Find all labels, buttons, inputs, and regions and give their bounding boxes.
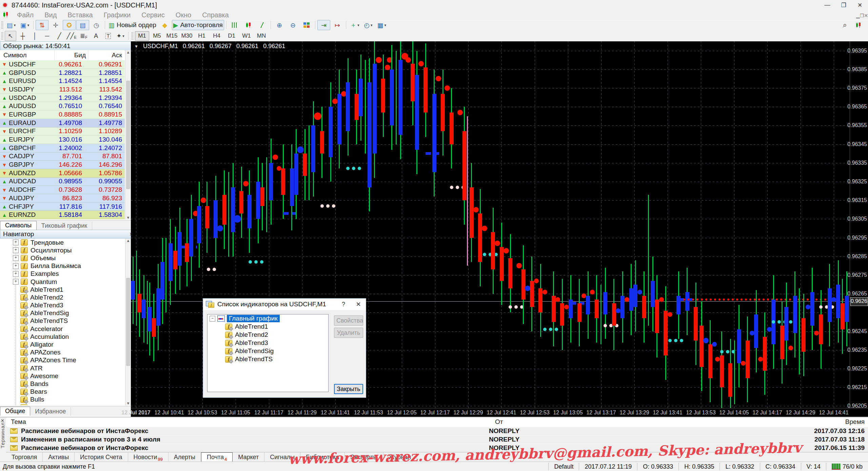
terminal-tab-Торговля[interactable]: Торговля — [6, 452, 43, 463]
search-button[interactable]: ⌕ — [839, 20, 851, 30]
text-tool[interactable]: A — [90, 31, 102, 41]
arrows-tool[interactable]: ✦▾ — [115, 31, 126, 41]
tab-Тиковый график[interactable]: Тиковый график — [37, 222, 92, 230]
trendline-tool[interactable]: ╱ — [54, 31, 65, 41]
navigator-item-Accelerator[interactable]: fAccelerator — [0, 325, 125, 333]
text-label-tool[interactable]: T — [102, 31, 114, 41]
chart-shift-button[interactable]: ↦ — [331, 20, 344, 30]
child-close-icon[interactable]: ✕ — [864, 13, 868, 18]
cursor-tool[interactable]: ↖ — [5, 31, 16, 41]
timeframe-M5[interactable]: M5 — [150, 31, 164, 41]
terminal-tab-История Счета[interactable]: История Счета — [75, 452, 128, 463]
symbol-row-USDJPY[interactable]: ▼USDJPY113.512113.542 — [0, 85, 125, 94]
column-subject[interactable]: Тема — [11, 418, 26, 426]
navigator-item-Quantum[interactable]: +fQuantum — [0, 278, 125, 286]
dialog-title-bar[interactable]: f Список индикаторов на USDCHF,M1 ? ✕ — [203, 299, 366, 310]
symbol-row-AUDCAD[interactable]: ▲AUDCAD0.989550.99055 — [0, 178, 125, 186]
channel-tool[interactable]: ╱╱E — [66, 31, 77, 41]
navigator-item-Объемы[interactable]: +fОбъемы — [0, 254, 125, 262]
navigator-item-Трендовые[interactable]: +fТрендовые — [0, 239, 125, 246]
navigator-item-ATR[interactable]: fATR — [0, 364, 125, 372]
tree-item-AbleTrendTS[interactable]: fAbleTrendTS — [208, 355, 328, 363]
mail-row[interactable]: Расписание вебинаров от ИнстаФорексNOREP… — [6, 444, 868, 452]
menu-Вид[interactable]: Вид — [39, 11, 62, 19]
terminal-tab-Активы[interactable]: Активы — [43, 452, 75, 463]
tab-Общие[interactable]: Общие — [0, 407, 30, 416]
timeframe-MN[interactable]: MN — [254, 31, 269, 41]
close-button[interactable]: ✕ — [852, 0, 868, 10]
symbol-row-AUDUSD[interactable]: ▲AUDUSD0.765100.76540 — [0, 102, 125, 110]
timeframe-D1[interactable]: D1 — [224, 31, 239, 41]
terminal-tab-Сигналы[interactable]: Сигналы — [264, 452, 300, 463]
properties-button[interactable]: Свойства — [334, 315, 363, 326]
terminal-tab-Новости[interactable]: Новости99 — [128, 452, 169, 463]
menu-Вставка[interactable]: Вставка — [62, 11, 98, 19]
zoom-out-button[interactable]: ⊖ — [287, 20, 299, 30]
symbol-row-EURNZD[interactable]: ▲EURNZD1.581841.58304 — [0, 211, 125, 219]
profiles-button[interactable]: ▣▾ — [18, 20, 31, 30]
navigator-item-Accumulation[interactable]: fAccumulation — [0, 333, 125, 341]
dropdown-caret-icon[interactable]: ▾ — [371, 23, 373, 27]
dialog-close-button[interactable]: ✕ — [351, 301, 366, 308]
maximize-button[interactable]: ❐ — [835, 0, 852, 10]
scroll-up-icon[interactable]: ▲ — [126, 239, 130, 243]
symbol-row-GBPCHF[interactable]: ▲GBPCHF1.240021.24072 — [0, 144, 125, 152]
dropdown-caret-icon[interactable]: ▾ — [357, 23, 359, 27]
new-chart-button[interactable]: ▤▾ — [5, 20, 18, 30]
zoom-in-button[interactable]: ⊕ — [273, 20, 286, 30]
navigator-item-AbleTrend1[interactable]: fAbleTrend1 — [0, 286, 125, 293]
navigator-item-Alligator[interactable]: fAlligator — [0, 341, 125, 348]
tree-item-AbleTrend2[interactable]: fAbleTrend2 — [208, 331, 328, 339]
tree-item-main-chart[interactable]: −Главный график — [208, 314, 328, 323]
menu-Сервис[interactable]: Сервис — [136, 11, 170, 19]
dropdown-caret-icon[interactable]: ▾ — [384, 23, 387, 27]
terminal-tab-Алерты[interactable]: Алерты — [169, 452, 201, 463]
autotrading-button[interactable]: ▶Авто-торговля — [172, 20, 224, 30]
indicators-button[interactable]: ＋▾ — [348, 20, 361, 30]
menu-Окно[interactable]: Окно — [170, 11, 197, 19]
chart-line-button[interactable] — [256, 20, 269, 30]
terminal-tab-Эксперты[interactable]: Эксперты — [345, 452, 383, 463]
crosshair-tool[interactable]: ┼ — [17, 31, 28, 41]
timeframe-M30[interactable]: M30 — [180, 31, 194, 41]
horizontal-line-tool[interactable]: ─ — [41, 31, 53, 41]
column-time[interactable]: Время — [845, 418, 865, 426]
chart-bars-button[interactable] — [229, 20, 241, 30]
mail-row[interactable]: Изменения в расписании торгов 3 и 4 июля… — [6, 435, 868, 444]
symbol-row-GBPJPY[interactable]: ▼GBPJPY146.226146.296 — [0, 161, 125, 169]
close-button[interactable]: Закрыть — [334, 384, 363, 394]
symbol-row-CHFJPY[interactable]: ▲CHFJPY117.816117.916 — [0, 203, 125, 211]
scroll-down-icon[interactable]: ▼ — [126, 401, 130, 405]
symbol-row-AUDNZD[interactable]: ▼AUDNZD1.056661.05786 — [0, 169, 125, 178]
symbol-row-EURGBP[interactable]: ▼EURGBP0.888850.88915 — [0, 110, 125, 119]
navigator-item-AbleTrendTS[interactable]: fAbleTrendTS — [0, 317, 125, 325]
dialog-help-button[interactable]: ? — [336, 301, 351, 308]
tree-item-AbleTrendSig[interactable]: fAbleTrendSig — [208, 347, 328, 355]
expand-icon[interactable]: + — [13, 263, 19, 269]
timeframe-M1[interactable]: M1 — [135, 31, 149, 41]
navigator-scrollbar[interactable]: ▲ ▼ — [125, 239, 131, 405]
vertical-line-tool[interactable]: │ — [29, 31, 41, 41]
navigator-item-Bears[interactable]: fBears — [0, 388, 125, 396]
delete-button[interactable]: Удалить — [334, 328, 363, 338]
navigator-item-AbleTrend2[interactable]: fAbleTrend2 — [0, 293, 125, 301]
tab-Символы[interactable]: Символы — [0, 221, 37, 230]
expand-icon[interactable]: + — [13, 255, 19, 261]
navigator-item-Билла Вильямса[interactable]: +fБилла Вильямса — [0, 262, 125, 270]
terminal-tab-Журнал[interactable]: Журнал — [383, 452, 417, 463]
navigator-item-Осцилляторы[interactable]: +fОсцилляторы — [0, 246, 125, 254]
column-bid[interactable]: Бид — [55, 50, 88, 60]
symbol-row-AUDCHF[interactable]: ▼AUDCHF0.736280.73728 — [0, 186, 125, 194]
data-window-button[interactable]: ✛ — [49, 20, 62, 30]
navigator-toggle-button[interactable]: ✪ — [63, 20, 76, 30]
symbol-row-EURAUD[interactable]: ▲EURAUD1.497081.49778 — [0, 119, 125, 127]
chart-candles-button[interactable] — [242, 20, 255, 30]
metaeditor-button[interactable]: ◆ — [158, 20, 171, 30]
terminal-tab-Маркет[interactable]: Маркет — [233, 452, 264, 463]
symbol-row-USDCAD[interactable]: ▲USDCAD1.293641.29394 — [0, 94, 125, 102]
navigator-item-Awesome[interactable]: fAwesome — [0, 372, 125, 380]
periods-button[interactable]: ◴▾ — [362, 20, 375, 30]
strategy-tester-button[interactable]: ◷ — [90, 20, 103, 30]
auto-scroll-button[interactable]: ⇥ — [317, 20, 330, 30]
new-order-button[interactable]: ▥Новый ордер — [107, 20, 158, 30]
